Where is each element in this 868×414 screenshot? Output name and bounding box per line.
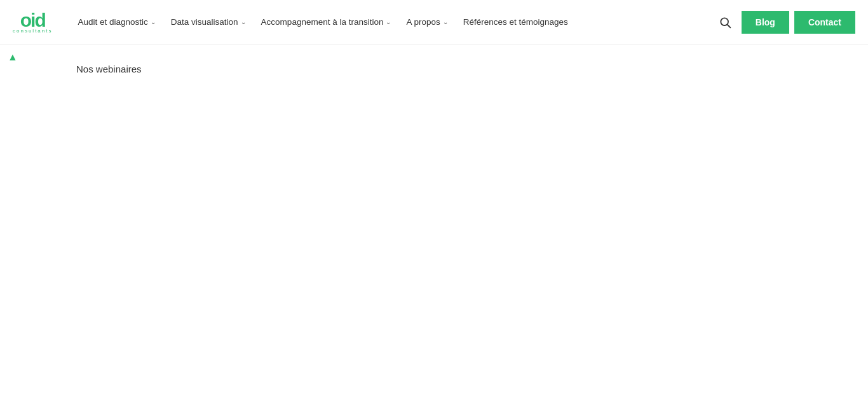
main-nav: Audit et diagnostic ⌄ Data visualisation…	[71, 12, 707, 32]
chevron-down-icon: ⌄	[241, 18, 246, 25]
webinaires-label: Nos webinaires	[76, 64, 792, 74]
nav-item-audit[interactable]: Audit et diagnostic ⌄	[71, 12, 161, 32]
main-content: Nos webinaires	[0, 45, 868, 93]
svg-line-1	[728, 24, 731, 27]
nav-item-accompagnement[interactable]: Accompagnement à la transition ⌄	[255, 12, 398, 32]
site-header: oid consultants Audit et diagnostic ⌄ Da…	[0, 0, 868, 45]
contact-button[interactable]: Contact	[794, 11, 855, 34]
logo[interactable]: oid consultants	[13, 11, 52, 34]
search-button[interactable]	[714, 11, 736, 34]
chevron-down-icon: ⌄	[386, 18, 391, 25]
search-icon	[719, 16, 731, 29]
blog-button[interactable]: Blog	[742, 11, 789, 34]
nav-item-apropos[interactable]: A propos ⌄	[400, 12, 454, 32]
nav-item-references[interactable]: Références et témoignages	[457, 12, 574, 32]
header-right: Blog Contact	[714, 11, 855, 34]
logo-sub: consultants	[13, 29, 52, 34]
logo-text: oid	[20, 11, 45, 30]
chevron-down-icon: ⌄	[443, 18, 448, 25]
nav-item-data-viz[interactable]: Data visualisation ⌄	[165, 12, 252, 32]
chevron-down-icon: ⌄	[151, 18, 156, 25]
scroll-to-top-button[interactable]: ▲	[6, 51, 19, 64]
